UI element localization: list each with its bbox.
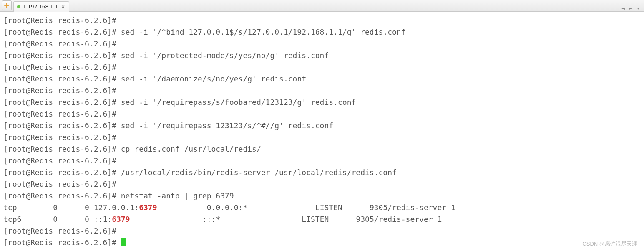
netstat-row: tcp6 0 0 ::1:6379 :::* LISTEN 9305/redis…	[3, 215, 442, 224]
prompt: [root@Redis redis-6.2.6]#	[3, 191, 116, 200]
new-tab-button[interactable]	[2, 0, 12, 10]
cmd: sed -i '/daemonize/s/no/yes/g' redis.con…	[121, 74, 306, 83]
prompt: [root@Redis redis-6.2.6]#	[3, 51, 116, 60]
prompt: [root@Redis redis-6.2.6]#	[3, 133, 116, 142]
prompt: [root@Redis redis-6.2.6]#	[3, 145, 116, 153]
cmd: /usr/local/redis/bin/redis-server /usr/l…	[121, 168, 397, 177]
prompt: [root@Redis redis-6.2.6]#	[3, 121, 116, 130]
prompt: [root@Redis redis-6.2.6]#	[3, 39, 116, 48]
tab-bar: 1 192.168.1.1 ✕ ◄ ► ▾	[0, 0, 644, 12]
cmd: sed -i '/requirepass 123123/s/^#//g' red…	[121, 121, 333, 130]
plus-icon	[4, 3, 10, 8]
prompt: [root@Redis redis-6.2.6]#	[3, 86, 116, 95]
tab-active[interactable]: 1 192.168.1.1 ✕	[13, 1, 69, 12]
prompt: [root@Redis redis-6.2.6]#	[3, 16, 116, 25]
tab-close-button[interactable]: ✕	[60, 4, 65, 9]
cmd: netstat -antp | grep 6379	[121, 191, 234, 200]
tab-next-button[interactable]: ►	[627, 5, 634, 11]
cmd: sed -i '/requirepass/s/foobared/123123/g…	[121, 98, 356, 107]
prompt: [root@Redis redis-6.2.6]#	[3, 180, 116, 188]
terminal-container: [root@Redis redis-6.2.6]# [root@Redis re…	[0, 12, 644, 249]
cursor-icon	[121, 238, 126, 246]
tab-menu-button[interactable]: ▾	[635, 5, 641, 11]
prompt: [root@Redis redis-6.2.6]#	[3, 168, 116, 177]
watermark: CSDN @愿许浪尽天涯	[582, 240, 637, 248]
prompt: [root@Redis redis-6.2.6]#	[3, 226, 116, 235]
prompt: [root@Redis redis-6.2.6]#	[3, 109, 116, 118]
tab-prev-button[interactable]: ◄	[620, 5, 626, 11]
tab-label: 1 192.168.1.1	[23, 4, 58, 10]
cmd: cp redis.conf /usr/local/redis/	[121, 145, 261, 153]
prompt: [root@Redis redis-6.2.6]#	[3, 156, 116, 165]
prompt: [root@Redis redis-6.2.6]#	[3, 98, 116, 107]
prompt: [root@Redis redis-6.2.6]#	[3, 63, 116, 71]
cmd: sed -i '/^bind 127.0.0.1$/s/127.0.0.1/19…	[121, 28, 406, 36]
status-dot-icon	[17, 5, 20, 8]
cmd: sed -i '/protected-mode/s/yes/no/g' redi…	[121, 51, 329, 60]
prompt: [root@Redis redis-6.2.6]#	[3, 28, 116, 36]
prompt: [root@Redis redis-6.2.6]#	[3, 238, 116, 247]
prompt: [root@Redis redis-6.2.6]#	[3, 74, 116, 83]
terminal[interactable]: [root@Redis redis-6.2.6]# [root@Redis re…	[0, 12, 644, 249]
netstat-row: tcp 0 0 127.0.0.1:6379 0.0.0.0:* LISTEN …	[3, 203, 455, 212]
tab-nav: ◄ ► ▾	[620, 5, 644, 11]
